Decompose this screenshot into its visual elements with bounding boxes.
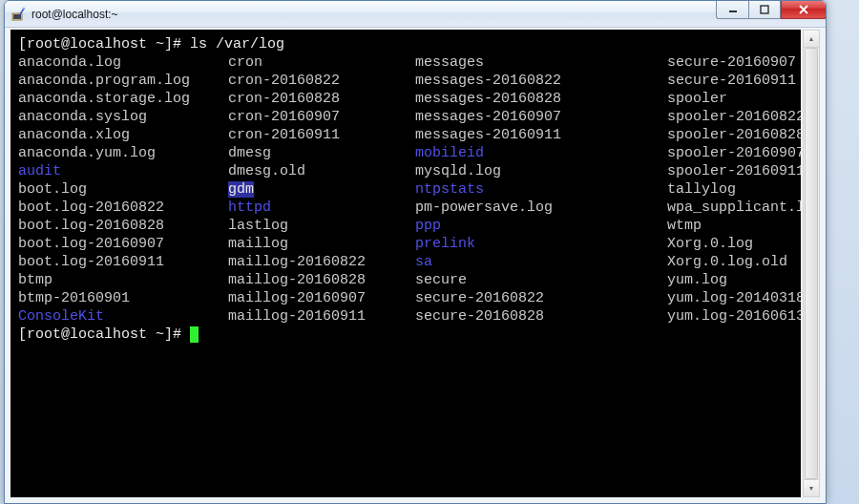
ls-entry: cron: [228, 54, 262, 71]
ls-entry: spooler-20160907: [667, 145, 801, 161]
ls-entry: boot.log-20160822: [18, 200, 164, 216]
ls-entry: wtmp: [667, 218, 702, 234]
window-controls: [716, 0, 827, 19]
app-window: root@localhost:~ [root@localhost ~]# ls …: [4, 0, 827, 504]
ls-entry: messages-20160822: [415, 73, 561, 89]
ls-entry: secure-20160822: [415, 290, 544, 306]
ls-entry: maillog-20160828: [228, 272, 366, 288]
ls-entry: prelink: [415, 236, 475, 252]
ls-entry: spooler-20160828: [667, 127, 801, 143]
titlebar[interactable]: root@localhost:~: [5, 1, 826, 28]
ls-entry: messages: [415, 54, 484, 71]
ls-entry: pm-powersave.log: [415, 200, 553, 216]
minimize-button[interactable]: [716, 0, 748, 19]
ls-entry: btmp-20160901: [18, 290, 130, 306]
ls-entry: messages-20160907: [415, 109, 561, 125]
ls-entry: httpd: [228, 200, 271, 216]
ls-entry: btmp: [18, 272, 52, 288]
ls-entry: audit: [18, 163, 61, 179]
terminal-container: [root@localhost ~]# ls /var/log anaconda…: [5, 28, 826, 503]
scroll-up-button[interactable]: ▴: [804, 31, 819, 48]
maximize-button[interactable]: [748, 0, 781, 19]
prompt-line: [root@localhost ~]# ls /var/log: [18, 36, 284, 52]
ls-entry: anaconda.syslog: [18, 109, 147, 125]
ls-entry: mysqld.log: [415, 163, 501, 179]
ls-entry: boot.log-20160828: [18, 218, 164, 234]
scroll-down-button[interactable]: ▾: [804, 479, 819, 496]
ls-entry: mobileid: [415, 145, 484, 161]
putty-icon: [10, 7, 26, 22]
ls-entry: lastlog: [228, 218, 288, 234]
svg-rect-4: [729, 10, 737, 12]
ls-entry: spooler-20160911: [667, 163, 801, 179]
close-button[interactable]: [781, 0, 827, 19]
ls-entry: cron-20160822: [228, 73, 340, 89]
ls-entry: yum.log: [667, 272, 727, 288]
svg-point-3: [23, 7, 25, 9]
ls-entry: dmesg: [228, 145, 271, 161]
ls-entry: anaconda.xlog: [18, 127, 130, 143]
prompt-line: [root@localhost ~]#: [18, 326, 190, 343]
ls-entry: boot.log-20160911: [18, 254, 164, 270]
ls-entry: secure-20160907: [667, 54, 796, 71]
ls-entry: tallylog: [667, 181, 736, 198]
ls-entry: secure-20160828: [415, 308, 544, 325]
ls-entry: ntpstats: [415, 181, 484, 198]
ls-entry: wpa_supplicant.log: [667, 200, 801, 216]
ls-entry: anaconda.yum.log: [18, 145, 156, 161]
svg-rect-1: [13, 14, 21, 19]
ls-entry: dmesg.old: [228, 163, 305, 179]
ls-entry: messages-20160828: [415, 91, 561, 107]
ls-entry: spooler-20160822: [667, 109, 801, 125]
ls-entry: anaconda.log: [18, 54, 121, 71]
ls-entry: yum.log-20140318: [667, 290, 801, 306]
ls-entry: ppp: [415, 218, 441, 234]
ls-entry: Xorg.0.log: [667, 236, 753, 252]
ls-entry: yum.log-20160613: [667, 308, 801, 325]
ls-entry: cron-20160907: [228, 109, 340, 125]
ls-entry: cron-20160828: [228, 91, 340, 107]
ls-entry: boot.log-20160907: [18, 236, 164, 252]
scroll-thumb[interactable]: [805, 48, 818, 479]
terminal[interactable]: [root@localhost ~]# ls /var/log anaconda…: [10, 30, 801, 497]
ls-entry: spooler: [667, 91, 727, 107]
window-title: root@localhost:~: [31, 8, 820, 21]
ls-entry: ConsoleKit: [18, 308, 104, 325]
ls-entry: Xorg.0.log.old: [667, 254, 787, 270]
ls-entry: anaconda.program.log: [18, 73, 190, 89]
ls-entry: secure-20160911: [667, 73, 796, 89]
svg-rect-5: [761, 6, 768, 13]
ls-entry: maillog: [228, 236, 288, 252]
cursor: [190, 326, 199, 343]
ls-entry: boot.log: [18, 181, 87, 198]
ls-entry: cron-20160911: [228, 127, 340, 143]
ls-entry: sa: [415, 254, 432, 270]
ls-entry: messages-20160911: [415, 127, 561, 143]
ls-entry: gdm: [228, 181, 254, 198]
scroll-track[interactable]: [804, 48, 819, 479]
ls-entry: anaconda.storage.log: [18, 91, 190, 107]
ls-entry: maillog-20160911: [228, 308, 366, 325]
ls-entry: secure: [415, 272, 467, 288]
ls-entry: maillog-20160907: [228, 290, 366, 306]
ls-entry: maillog-20160822: [228, 254, 366, 270]
scrollbar[interactable]: ▴ ▾: [803, 30, 820, 497]
